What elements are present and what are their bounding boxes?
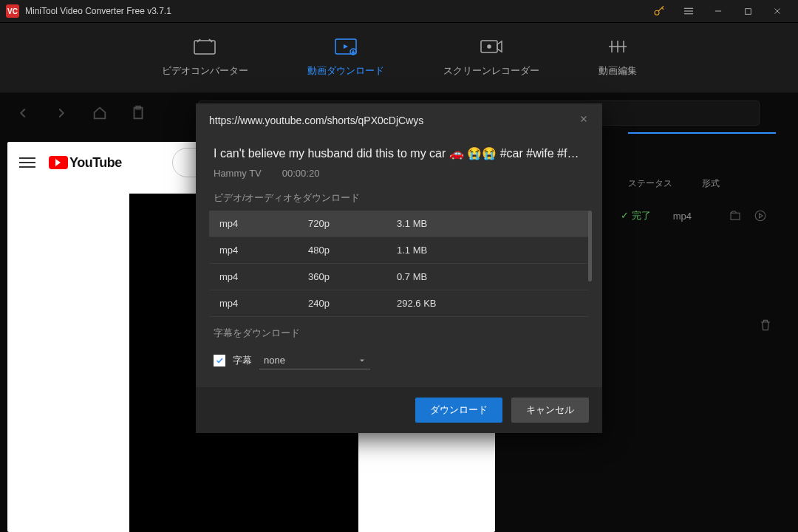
format-size: 0.7 MB bbox=[397, 271, 579, 282]
format-ext: mp4 bbox=[219, 218, 308, 229]
col-status: ステータス bbox=[628, 177, 672, 190]
nav-video-editor[interactable]: 動画編集 bbox=[598, 38, 637, 78]
format-size: 3.1 MB bbox=[397, 218, 579, 229]
subtitle-checkbox[interactable] bbox=[214, 355, 225, 366]
youtube-play-icon bbox=[49, 156, 68, 169]
format-res: 360p bbox=[308, 271, 397, 282]
download-dialog: https://www.youtube.com/shorts/qPX0cDjCw… bbox=[196, 103, 602, 433]
dialog-close-button[interactable] bbox=[579, 114, 589, 127]
delete-all-button[interactable] bbox=[758, 318, 773, 335]
format-option-480p[interactable]: mp4 480p 1.1 MB bbox=[209, 237, 589, 264]
format-ext: mp4 bbox=[219, 298, 308, 309]
clipboard-button[interactable] bbox=[130, 105, 146, 121]
nav-forward-button[interactable] bbox=[53, 105, 69, 121]
app-title: MiniTool Video Converter Free v3.7.1 bbox=[25, 6, 644, 16]
nav-label: 動画ダウンロード bbox=[307, 64, 384, 78]
video-duration: 00:00:20 bbox=[282, 168, 320, 179]
channel-name: Hammy TV bbox=[214, 168, 262, 179]
format-option-720p[interactable]: mp4 720p 3.1 MB bbox=[209, 211, 589, 237]
format-size: 292.6 KB bbox=[397, 298, 579, 309]
nav-back-button[interactable] bbox=[15, 105, 31, 121]
download-section-label: ビデオ/オーディオをダウンロード bbox=[214, 192, 584, 205]
window-titlebar: VC MiniTool Video Converter Free v3.7.1 bbox=[0, 0, 798, 22]
status-done: ✓ 完了 bbox=[621, 209, 651, 222]
format-scrollbar[interactable] bbox=[588, 211, 592, 282]
video-title: I can't believe my husband did this to m… bbox=[214, 146, 584, 160]
nav-video-converter[interactable]: ビデオコンバーター bbox=[162, 38, 248, 78]
subtitle-select[interactable]: none bbox=[259, 352, 370, 369]
svg-rect-9 bbox=[731, 213, 740, 219]
hamburger-icon[interactable] bbox=[19, 157, 35, 168]
format-res: 720p bbox=[308, 218, 397, 229]
subtitle-section-label: 字幕をダウンロード bbox=[214, 327, 584, 340]
maximize-button[interactable] bbox=[733, 0, 763, 22]
format-ext: mp4 bbox=[219, 271, 308, 282]
format-option-360p[interactable]: mp4 360p 0.7 MB bbox=[209, 264, 589, 290]
svg-point-6 bbox=[488, 45, 491, 48]
nav-home-button[interactable] bbox=[92, 105, 108, 121]
subtitle-label: 字幕 bbox=[233, 354, 252, 367]
format-res: 240p bbox=[308, 298, 397, 309]
nav-video-downloader[interactable]: 動画ダウンロード bbox=[307, 38, 384, 78]
youtube-brand-text: YouTube bbox=[69, 155, 122, 171]
svg-rect-1 bbox=[745, 8, 751, 14]
main-nav: ビデオコンバーター 動画ダウンロード スクリーンレコーダー 動画編集 bbox=[0, 22, 798, 92]
subtitle-value: none bbox=[264, 355, 285, 366]
svg-point-0 bbox=[655, 10, 659, 15]
dialog-url: https://www.youtube.com/shorts/qPX0cDjCw… bbox=[209, 115, 579, 126]
minimize-button[interactable] bbox=[703, 0, 733, 22]
nav-label: 動画編集 bbox=[598, 64, 637, 78]
app-logo-icon: VC bbox=[6, 4, 19, 18]
svg-point-10 bbox=[755, 211, 765, 221]
format-list: mp4 720p 3.1 MB mp4 480p 1.1 MB mp4 360p… bbox=[209, 211, 589, 317]
format-option-240p[interactable]: mp4 240p 292.6 KB bbox=[209, 290, 589, 317]
open-folder-icon[interactable] bbox=[729, 209, 742, 222]
chevron-down-icon bbox=[358, 357, 366, 364]
premium-key-button[interactable] bbox=[644, 0, 674, 22]
svg-rect-2 bbox=[194, 41, 215, 54]
nav-label: スクリーンレコーダー bbox=[443, 64, 539, 78]
format-size: 1.1 MB bbox=[397, 245, 579, 256]
menu-button[interactable] bbox=[674, 0, 703, 22]
cancel-button[interactable]: キャンセル bbox=[511, 398, 589, 423]
nav-screen-recorder[interactable]: スクリーンレコーダー bbox=[443, 38, 539, 78]
youtube-logo[interactable]: YouTube bbox=[49, 155, 122, 171]
format-res: 480p bbox=[308, 245, 397, 256]
download-button[interactable]: ダウンロード bbox=[415, 398, 502, 423]
play-icon[interactable] bbox=[754, 209, 767, 222]
col-format: 形式 bbox=[702, 177, 720, 190]
row-format: mp4 bbox=[673, 211, 692, 222]
close-window-button[interactable] bbox=[763, 0, 792, 22]
format-ext: mp4 bbox=[219, 245, 308, 256]
nav-label: ビデオコンバーター bbox=[162, 64, 248, 78]
